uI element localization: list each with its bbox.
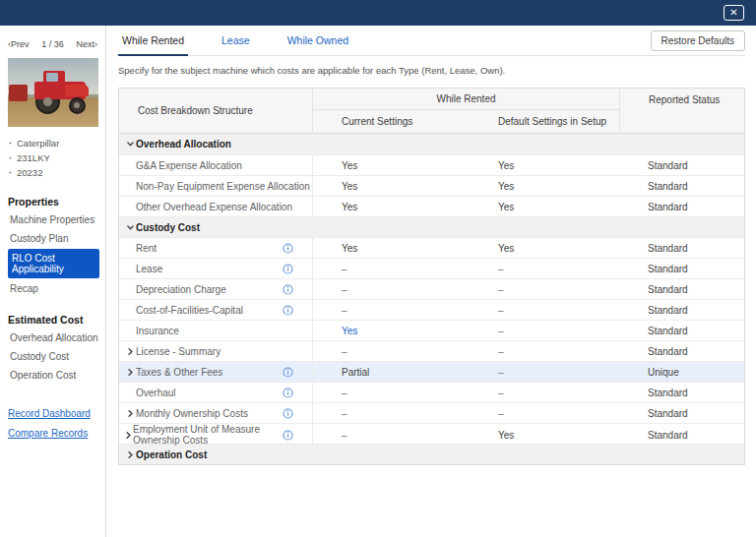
info-icon[interactable] (283, 408, 293, 419)
group-row-operation-cost[interactable]: Operation Cost (119, 444, 744, 464)
chevron-down-icon[interactable] (124, 223, 136, 232)
current-setting-value[interactable]: Yes (313, 176, 469, 196)
info-icon[interactable] (283, 430, 293, 441)
reported-status-text: Standard (648, 346, 688, 357)
current-setting-text: Yes (342, 181, 357, 192)
row-label: Insurance (136, 326, 179, 336)
table-row-insurance: InsuranceYes–Standard (119, 320, 744, 340)
group-row-overhead-allocation[interactable]: Overhead Allocation (119, 134, 744, 154)
current-setting-value[interactable]: – (313, 279, 469, 299)
table-row-license-summary[interactable]: License - Summary––Standard (119, 340, 744, 361)
sidebar-section-heading-estimated-cost: Estimated Cost (8, 314, 105, 326)
current-setting-value[interactable]: Yes (313, 155, 469, 175)
info-icon[interactable] (283, 284, 293, 295)
default-setting-text: Yes (498, 181, 514, 192)
sidebar-item-machine-properties[interactable]: Machine Properties (8, 210, 105, 229)
row-name-cell: Insurance (119, 321, 313, 340)
photo-rear-hub (43, 97, 52, 106)
table-header: Cost Breakdown Structure While Rented Re… (119, 89, 744, 134)
current-setting-value[interactable]: Yes (313, 238, 469, 258)
dialog-body: ‹Prev 1 / 36 Next› Caterpillar231LKY2023… (0, 26, 756, 537)
current-setting-value[interactable]: Yes (313, 197, 469, 216)
current-setting-value[interactable]: – (313, 259, 469, 278)
header-reported-status: Reported Status (619, 89, 744, 133)
sidebar-item-recap[interactable]: Recap (8, 279, 105, 298)
sidebar-links: Record DashboardCompare Records (8, 408, 105, 439)
table-row-depreciation-charge: Depreciation Charge––Standard (119, 278, 744, 299)
reported-status-text: Standard (648, 264, 688, 274)
row-label: License - Summary (136, 346, 220, 357)
row-label: Monthly Ownership Costs (136, 408, 248, 419)
row-label: Depreciation Charge (136, 284, 226, 295)
reported-status-value: Standard (619, 321, 744, 340)
reported-status-text: Standard (648, 202, 688, 212)
machine-bullet-item: 231LKY (8, 150, 105, 165)
current-setting-value[interactable]: Partial (313, 362, 469, 382)
info-icon[interactable] (283, 243, 293, 254)
current-setting-value[interactable]: – (313, 383, 469, 402)
current-setting-text: Yes (342, 160, 357, 171)
cost-applicability-table: Cost Breakdown Structure While Rented Re… (118, 88, 745, 465)
chevron-right-icon[interactable] (124, 431, 133, 440)
current-setting-text: – (342, 305, 347, 316)
reported-status-text: Standard (648, 305, 688, 316)
row-name-cell: G&A Expense Allocation (119, 155, 313, 175)
table-row-cost-of-facilities-capital: Cost-of-Facilities-Capital––Standard (119, 299, 744, 320)
table-row-monthly-ownership-costs[interactable]: Monthly Ownership Costs––Standard (119, 402, 744, 423)
row-label: Lease (136, 264, 162, 274)
current-setting-value[interactable]: – (313, 424, 469, 446)
current-setting-value[interactable]: – (313, 403, 469, 423)
sidebar-item-custody-plan[interactable]: Custody Plan (8, 229, 105, 248)
chevron-right-icon[interactable] (124, 409, 136, 418)
default-setting-value: – (469, 259, 619, 278)
info-icon[interactable] (283, 305, 293, 316)
sidebar-item-custody-cost[interactable]: Custody Cost (8, 347, 105, 366)
row-name-cell: Rent (119, 238, 313, 258)
current-setting-value[interactable]: – (313, 341, 469, 361)
current-setting-value[interactable]: Yes (313, 321, 469, 340)
page-indicator: 1 / 36 (41, 39, 64, 49)
chevron-right-icon[interactable] (124, 347, 136, 356)
table-row-taxes-other-fees[interactable]: Taxes & Other FeesPartial–Unique (119, 361, 744, 382)
reported-status-value: Standard (619, 155, 744, 175)
default-setting-value: – (469, 300, 619, 320)
tab-lease[interactable]: Lease (218, 26, 254, 55)
reported-status-value: Standard (619, 279, 744, 299)
compare-records-link[interactable]: Compare Records (8, 428, 105, 439)
close-button[interactable]: ✕ (724, 5, 744, 21)
current-setting-value[interactable]: – (313, 300, 469, 320)
row-name-cell: Lease (119, 259, 313, 278)
default-setting-text: Yes (498, 202, 514, 212)
default-setting-text: – (498, 408, 504, 419)
sidebar-item-rlo-cost-applicability[interactable]: RLO Cost Applicability (8, 249, 99, 278)
default-setting-text: – (498, 346, 504, 357)
prev-record-button[interactable]: ‹Prev (8, 39, 30, 49)
default-setting-value: Yes (469, 424, 619, 446)
chevron-down-icon[interactable] (124, 140, 136, 149)
current-setting-text: Partial (342, 367, 369, 378)
tab-while-rented[interactable]: While Rented (118, 26, 188, 55)
machine-bullet-item: Caterpillar (8, 136, 105, 150)
sidebar-item-overhead-allocation[interactable]: Overhead Allocation (8, 328, 105, 347)
sidebar-item-operation-cost[interactable]: Operation Cost (8, 366, 105, 385)
reported-status-text: Standard (648, 388, 688, 398)
table-body: Overhead AllocationG&A Expense Allocatio… (119, 134, 744, 464)
table-row-employment-unit-of-measure-ownership-costs[interactable]: Employment Unit of Measure Ownership Cos… (119, 423, 744, 444)
row-label: Rent (136, 243, 157, 254)
reported-status-text: Standard (648, 430, 688, 441)
info-icon[interactable] (283, 367, 293, 378)
current-setting-text: – (342, 346, 347, 357)
info-icon[interactable] (283, 388, 293, 398)
next-record-button[interactable]: Next› (76, 39, 97, 49)
chevron-right-icon[interactable] (124, 450, 136, 459)
row-label: Non-Pay Equipment Expense Allocation (136, 181, 310, 192)
close-icon: ✕ (729, 8, 737, 18)
info-icon[interactable] (283, 264, 293, 274)
group-row-custody-cost[interactable]: Custody Cost (119, 216, 744, 237)
restore-defaults-button[interactable]: Restore Defaults (651, 30, 745, 51)
tab-while-owned[interactable]: While Owned (284, 26, 352, 55)
table-row-g-a-expense-allocation: G&A Expense AllocationYesYesStandard (119, 154, 744, 175)
current-setting-text: – (342, 284, 347, 295)
chevron-right-icon[interactable] (124, 368, 136, 377)
record-dashboard-link[interactable]: Record Dashboard (8, 408, 105, 419)
